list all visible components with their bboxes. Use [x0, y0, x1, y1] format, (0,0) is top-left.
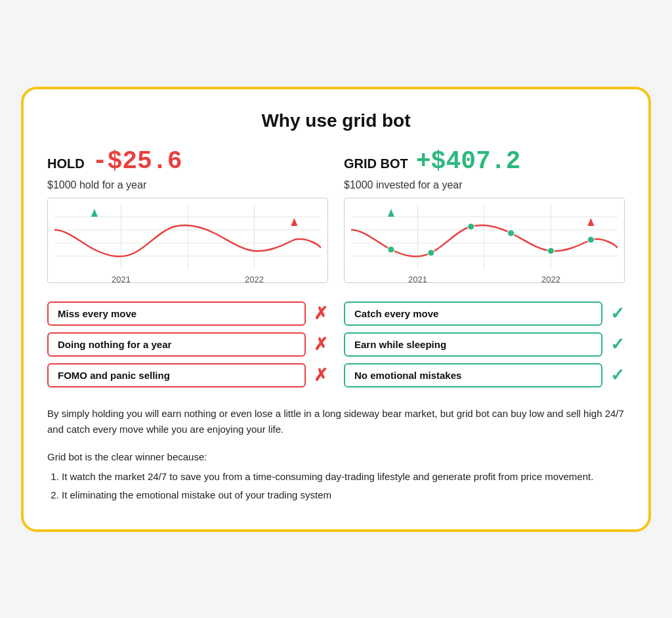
cross-icon-1: ✗	[314, 303, 328, 324]
gridbot-year1: 2021	[408, 275, 427, 283]
svg-marker-8	[291, 218, 297, 226]
hold-chart-labels: 2021 2022	[54, 275, 321, 283]
description-text: By simply holding you will earn nothing …	[47, 406, 625, 437]
hold-column: HOLD -$25.6 $1000 hold for a year	[47, 147, 328, 283]
svg-marker-7	[91, 209, 98, 217]
svg-point-19	[508, 230, 514, 236]
gridbot-feature-3: No emotional mistakes ✓	[344, 363, 625, 387]
hold-subtitle: $1000 hold for a year	[47, 179, 328, 191]
list-item-2: It eliminating the emotional mistake out…	[62, 487, 625, 503]
svg-point-21	[587, 236, 594, 243]
gridbot-features-col: Catch every move ✓ Earn while sleeping ✓…	[344, 301, 625, 387]
hold-chart: 2021 2022	[47, 198, 328, 283]
gridbot-column: GRID BOT +$407.2 $1000 invested for a ye…	[344, 147, 625, 283]
list-section: Grid bot is the clear winner because: It…	[47, 449, 625, 503]
svg-point-17	[428, 250, 434, 256]
hold-value: -$25.6	[93, 147, 182, 175]
gridbot-feature-2-label: Earn while sleeping	[344, 332, 602, 357]
features-section: Miss every move ✗ Doing nothing for a ye…	[47, 301, 625, 387]
hold-feature-3: FOMO and panic selling ✗	[47, 363, 328, 387]
check-icon-3: ✓	[610, 365, 625, 386]
check-icon-2: ✓	[610, 334, 625, 355]
hold-year2: 2022	[245, 275, 264, 283]
hold-year1: 2021	[112, 275, 131, 283]
main-card: Why use grid bot HOLD -$25.6 $1000 hold …	[21, 87, 651, 532]
hold-header: HOLD -$25.6	[47, 147, 328, 175]
svg-point-16	[388, 246, 394, 253]
check-icon-1: ✓	[610, 303, 625, 324]
hold-feature-3-label: FOMO and panic selling	[47, 363, 306, 387]
gridbot-subtitle: $1000 invested for a year	[344, 179, 625, 191]
svg-marker-23	[587, 218, 594, 226]
hold-feature-2-label: Doing nothing for a year	[47, 332, 306, 357]
gridbot-feature-3-label: No emotional mistakes	[344, 363, 602, 387]
gridbot-feature-1: Catch every move ✓	[344, 301, 625, 326]
cross-icon-2: ✗	[314, 334, 328, 355]
svg-point-20	[547, 248, 554, 254]
svg-marker-22	[388, 209, 394, 217]
gridbot-feature-2: Earn while sleeping ✓	[344, 332, 625, 357]
gridbot-label: GRID BOT	[344, 156, 408, 171]
comparison-section: HOLD -$25.6 $1000 hold for a year	[47, 147, 625, 283]
hold-feature-1: Miss every move ✗	[47, 301, 328, 326]
reasons-list: It watch the market 24/7 to save you fro…	[62, 469, 625, 503]
cross-icon-3: ✗	[314, 365, 328, 386]
hold-label: HOLD	[47, 156, 85, 171]
gridbot-chart: 2021 2022	[344, 198, 625, 283]
page-title: Why use grid bot	[47, 110, 625, 131]
gridbot-value: +$407.2	[416, 147, 521, 175]
hold-feature-1-label: Miss every move	[47, 301, 306, 326]
hold-features-col: Miss every move ✗ Doing nothing for a ye…	[47, 301, 328, 387]
list-item-1: It watch the market 24/7 to save you fro…	[62, 469, 625, 485]
gridbot-feature-1-label: Catch every move	[344, 301, 602, 326]
gridbot-chart-labels: 2021 2022	[351, 275, 618, 283]
svg-point-18	[468, 223, 474, 230]
list-intro: Grid bot is the clear winner because:	[47, 449, 625, 465]
hold-feature-2: Doing nothing for a year ✗	[47, 332, 328, 357]
gridbot-year2: 2022	[541, 275, 560, 283]
gridbot-header: GRID BOT +$407.2	[344, 147, 625, 175]
